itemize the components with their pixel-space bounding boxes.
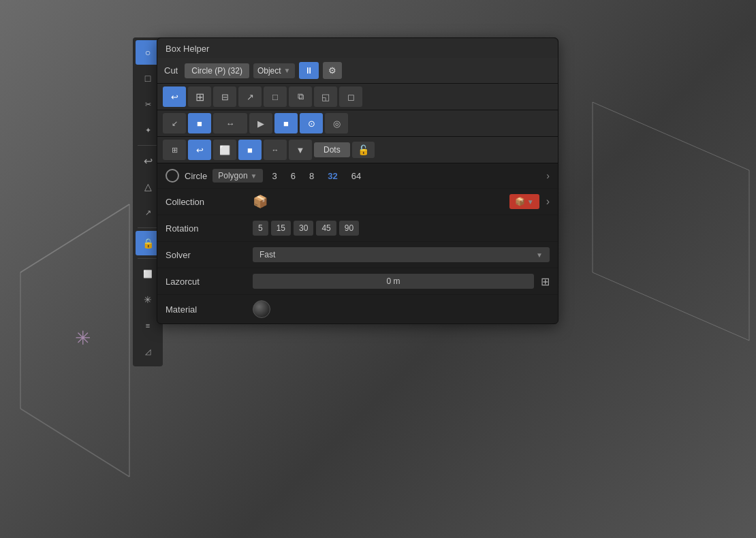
tb2-btn-1[interactable]: ■ (188, 113, 211, 133)
sidebar-sep-1 (138, 145, 158, 146)
svg-line-4 (20, 204, 129, 272)
context-dropdown[interactable]: Object ▼ (253, 63, 295, 78)
tb1-btn-4[interactable]: □ (264, 86, 287, 107)
poly-num-64[interactable]: 64 (347, 170, 365, 183)
collection-chevron-right[interactable]: › (546, 195, 550, 208)
tb1-btn-1[interactable]: ⊞ (188, 86, 211, 107)
tb3-btn-fill[interactable]: ■ (238, 140, 262, 160)
tb3-btn-arrows[interactable]: ↔ (264, 140, 287, 160)
rotation-90[interactable]: 90 (339, 221, 359, 236)
sidebar-sep-2 (138, 227, 158, 228)
tb1-btn-6[interactable]: ◱ (314, 86, 337, 107)
cut-label: Cut (164, 65, 178, 76)
poly-num-32[interactable]: 32 (324, 170, 341, 183)
tb2-btn-4[interactable]: ■ (274, 113, 298, 133)
collection-red-icon: 📦 (515, 197, 525, 206)
polygon-dropdown-arrow: ▼ (251, 172, 257, 180)
circle-row: Circle Polygon ▼ 3 6 8 32 64 › (157, 163, 558, 189)
solver-control: Fast ▼ (253, 247, 550, 262)
svg-line-5 (593, 102, 749, 170)
svg-line-2 (20, 409, 129, 477)
poly-num-6[interactable]: 6 (287, 170, 300, 183)
collection-red-button[interactable]: 📦 ▼ (509, 194, 539, 209)
collection-label: Collection (166, 197, 247, 207)
polygon-label: Polygon (218, 171, 247, 180)
dots-button[interactable]: Dots (314, 142, 350, 157)
rotation-label: Rotation (166, 223, 247, 234)
rotation-control: 5 15 30 45 90 (253, 221, 550, 236)
rotation-row: Rotation 5 15 30 45 90 (157, 215, 558, 242)
sidebar-sep-3 (138, 258, 158, 259)
rotation-45[interactable]: 45 (316, 221, 336, 236)
circle-shape-icon (166, 169, 179, 183)
material-label: Material (166, 304, 247, 315)
tb2-btn-6[interactable]: ◎ (325, 113, 348, 133)
poly-num-3[interactable]: 3 (268, 170, 281, 183)
header-row: Cut Circle (P) (32) Object ▼ ⏸ ⚙ (157, 58, 558, 84)
tb3-btn-curve[interactable]: ↩ (188, 140, 211, 160)
solver-row: Solver Fast ▼ (157, 242, 558, 268)
panel-title: Box Helper (157, 38, 558, 58)
tb1-btn-7[interactable]: ◻ (339, 86, 362, 107)
material-ball[interactable] (253, 300, 270, 318)
tb1-btn-5[interactable]: ⧉ (289, 86, 312, 107)
tb2-btn-0[interactable]: ↙ (163, 113, 186, 133)
toolbar-row-2: ↙ ■ ↔ ▶ ■ ⊙ ◎ (157, 110, 558, 137)
poly-num-8[interactable]: 8 (305, 170, 318, 183)
lock-icon-button[interactable]: 🔓 (352, 142, 375, 158)
rotation-5[interactable]: 5 (253, 221, 268, 236)
poly-chevron-right[interactable]: › (546, 170, 550, 181)
solver-dropdown[interactable]: Fast ▼ (253, 247, 550, 262)
circle-label: Circle (185, 171, 207, 181)
rotation-15[interactable]: 15 (271, 221, 291, 236)
rotation-30[interactable]: 30 (294, 221, 313, 236)
tb1-btn-0[interactable]: ↩ (163, 86, 186, 107)
solver-dropdown-arrow: ▼ (536, 251, 543, 259)
lazorcut-row: Lazorcut ⊞ (157, 268, 558, 295)
svg-line-0 (20, 204, 129, 272)
collection-dropdown-arrow: ▼ (527, 198, 534, 206)
pause-button[interactable]: ⏸ (299, 62, 319, 79)
svg-line-8 (593, 272, 749, 341)
toolbar-row-1: ↩ ⊞ ⊟ ↗ □ ⧉ ◱ ◻ (157, 84, 558, 110)
star-decoration: ✳ (75, 327, 91, 349)
lazorcut-slider-icon: ⊞ (541, 275, 550, 288)
solver-value: Fast (259, 250, 275, 259)
lazorcut-label: Lazorcut (166, 276, 247, 287)
gear-button[interactable]: ⚙ (323, 62, 342, 79)
context-dropdown-arrow: ▼ (284, 67, 291, 74)
material-control (253, 300, 550, 318)
collection-box-icon: 📦 (253, 194, 268, 209)
context-label: Object (257, 66, 281, 76)
collection-row: Collection 📦 📦 ▼ › (157, 189, 558, 215)
tb2-btn-2[interactable]: ↔ (213, 113, 247, 133)
shape-selector-button[interactable]: Circle (P) (32) (185, 63, 249, 78)
sidebar-corner-tool[interactable]: ◿ (136, 339, 160, 364)
tb3-btn-grid[interactable]: ⊞ (163, 140, 186, 160)
lazorcut-control: ⊞ (253, 274, 550, 289)
tb3-dropdown-arrow[interactable]: ▼ (289, 140, 312, 160)
lazorcut-input[interactable] (253, 274, 534, 289)
polygon-dropdown[interactable]: Polygon ▼ (212, 169, 262, 183)
toolbar-row-3: ⊞ ↩ ⬜ ■ ↔ ▼ Dots 🔓 (157, 137, 558, 163)
tb1-btn-2[interactable]: ⊟ (213, 86, 236, 107)
tb3-btn-box[interactable]: ⬜ (213, 140, 236, 160)
solver-label: Solver (166, 250, 247, 260)
collection-control: 📦 📦 ▼ › (253, 194, 550, 209)
material-row: Material (157, 295, 558, 323)
tb1-btn-3[interactable]: ↗ (238, 86, 262, 107)
tb2-btn-5[interactable]: ⊙ (300, 113, 323, 133)
tb2-btn-3[interactable]: ▶ (249, 113, 272, 133)
box-helper-panel: Box Helper Cut Circle (P) (32) Object ▼ … (157, 37, 558, 324)
